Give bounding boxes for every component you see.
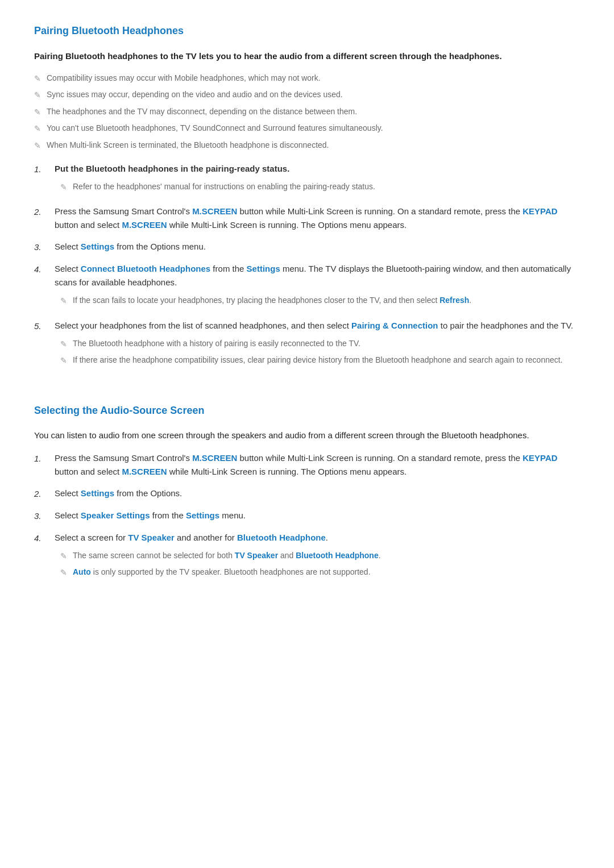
step-content: Put the Bluetooth headphones in the pair… [55, 162, 580, 197]
step-item: 3.Select Settings from the Options menu. [34, 240, 580, 254]
section1-steps-list: 1.Put the Bluetooth headphones in the pa… [34, 162, 580, 371]
step-item: 3.Select Speaker Settings from the Setti… [34, 509, 580, 523]
step-number: 3. [34, 509, 45, 523]
pencil-note-icon: ✎ [34, 139, 41, 152]
step-number: 4. [34, 531, 45, 545]
pencil-note-icon: ✎ [60, 181, 67, 193]
sub-note-item: ✎Refer to the headphones' manual for ins… [55, 180, 580, 193]
sub-note-item: ✎The Bluetooth headphone with a history … [55, 337, 580, 350]
step-item: 4.Select a screen for TV Speaker and ano… [34, 531, 580, 583]
note-item: ✎Sync issues may occur, depending on the… [34, 88, 580, 101]
step-item: 4.Select Connect Bluetooth Headphones fr… [34, 262, 580, 310]
pencil-note-icon: ✎ [34, 122, 41, 135]
step-item: 5.Select your headphones from the list o… [34, 319, 580, 371]
sub-note-item: ✎If there arise the headphone compatibil… [55, 354, 580, 367]
pencil-note-icon: ✎ [34, 89, 41, 101]
step-content: Select Settings from the Options. [55, 487, 580, 500]
sub-note-item: ✎If the scan fails to locate your headph… [55, 294, 580, 307]
step-number: 1. [34, 163, 45, 176]
step-number: 5. [34, 319, 45, 333]
step-content: Press the Samsung Smart Control's M.SCRE… [55, 451, 580, 479]
step-content: Select Connect Bluetooth Headphones from… [55, 262, 580, 310]
step-content: Press the Samsung Smart Control's M.SCRE… [55, 205, 580, 232]
note-item: ✎You can't use Bluetooth headphones, TV … [34, 122, 580, 135]
step-item: 2.Select Settings from the Options. [34, 487, 580, 501]
section1-title: Pairing Bluetooth Headphones [34, 23, 580, 41]
pencil-note-icon: ✎ [60, 354, 67, 367]
step-item: 1.Press the Samsung Smart Control's M.SC… [34, 451, 580, 479]
section1-notes-list: ✎Compatibility issues may occur with Mob… [34, 72, 580, 152]
step-number: 2. [34, 487, 45, 501]
step-number: 3. [34, 240, 45, 254]
pencil-note-icon: ✎ [60, 550, 67, 562]
note-item: ✎When Multi-link Screen is terminated, t… [34, 139, 580, 152]
section1-intro: Pairing Bluetooth headphones to the TV l… [34, 49, 580, 63]
step-number: 1. [34, 452, 45, 466]
step-number: 4. [34, 263, 45, 276]
pencil-note-icon: ✎ [60, 338, 67, 350]
note-item: ✎Compatibility issues may occur with Mob… [34, 72, 580, 85]
step-number: 2. [34, 205, 45, 219]
pencil-note-icon: ✎ [60, 566, 67, 579]
section-audio-source: Selecting the Audio-Source Screen You ca… [34, 402, 580, 583]
step-content: Select your headphones from the list of … [55, 319, 580, 371]
pencil-note-icon: ✎ [34, 72, 41, 85]
pencil-note-icon: ✎ [34, 106, 41, 118]
section2-steps-list: 1.Press the Samsung Smart Control's M.SC… [34, 451, 580, 583]
section2-title: Selecting the Audio-Source Screen [34, 402, 580, 421]
sub-notes-list: ✎If the scan fails to locate your headph… [55, 294, 580, 307]
pencil-note-icon: ✎ [60, 294, 67, 307]
sub-notes-list: ✎The same screen cannot be selected for … [55, 549, 580, 579]
step-item: 2.Press the Samsung Smart Control's M.SC… [34, 205, 580, 232]
section2-intro: You can listen to audio from one screen … [34, 429, 580, 442]
step-content: Select Settings from the Options menu. [55, 240, 580, 254]
sub-notes-list: ✎The Bluetooth headphone with a history … [55, 337, 580, 367]
sub-note-item: ✎Auto is only supported by the TV speake… [55, 566, 580, 579]
sub-notes-list: ✎Refer to the headphones' manual for ins… [55, 180, 580, 193]
step-content: Select Speaker Settings from the Setting… [55, 509, 580, 522]
step-item: 1.Put the Bluetooth headphones in the pa… [34, 162, 580, 197]
section-pairing-headphones: Pairing Bluetooth Headphones Pairing Blu… [34, 23, 580, 371]
note-item: ✎The headphones and the TV may disconnec… [34, 105, 580, 118]
step-content: Select a screen for TV Speaker and anoth… [55, 531, 580, 583]
sub-note-item: ✎The same screen cannot be selected for … [55, 549, 580, 562]
